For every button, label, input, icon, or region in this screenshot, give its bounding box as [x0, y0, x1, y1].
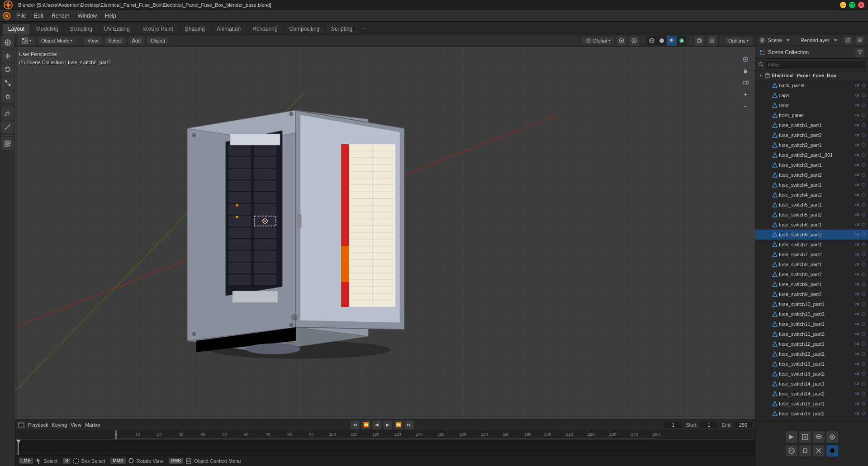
wireframe-mode-button[interactable] — [647, 36, 657, 46]
scene-action-icon-2[interactable] — [855, 36, 864, 45]
render-visibility-icon[interactable] — [861, 152, 866, 158]
tab-sculpting[interactable]: Sculpting — [65, 24, 98, 34]
render-visibility-icon[interactable] — [861, 122, 866, 128]
outliner-item-fuse_switch5_part2[interactable]: fuse_switch5_part2 — [755, 210, 868, 220]
render-visibility-icon[interactable] — [861, 162, 866, 168]
render-visibility-icon[interactable] — [861, 301, 866, 307]
render-visibility-icon[interactable] — [861, 351, 866, 357]
render-visibility-icon[interactable] — [861, 371, 866, 377]
outliner-item-fuse_switch11_part1[interactable]: fuse_switch11_part1 — [755, 319, 868, 329]
reverse-play-button[interactable]: ◀ — [372, 420, 381, 429]
visibility-icon[interactable] — [854, 93, 860, 98]
render-visibility-icon[interactable] — [861, 252, 866, 257]
render-visibility-icon[interactable] — [861, 103, 866, 108]
outliner-item-fuse_switch14_part2[interactable]: fuse_switch14_part2 — [755, 389, 868, 399]
view-layer-properties-button[interactable] — [813, 431, 825, 443]
visibility-icon[interactable] — [854, 282, 860, 287]
object-mode-button[interactable]: Object Mode ▾ — [38, 37, 76, 44]
outliner-item-fuse_switch4_part1[interactable]: fuse_switch4_part1 — [755, 180, 868, 190]
outliner-item-fuse_switch14_part1[interactable]: fuse_switch14_part1 — [755, 379, 868, 389]
render-visibility-icon[interactable] — [861, 341, 866, 347]
visibility-icon[interactable] — [854, 262, 860, 267]
visibility-icon[interactable] — [854, 381, 860, 386]
outliner-item-fuse_switch10_part1[interactable]: fuse_switch10_part1 — [755, 299, 868, 309]
measure-tool-button[interactable] — [1, 121, 14, 133]
outliner-item-fuse_switch9_part2[interactable]: fuse_switch9_part2 — [755, 289, 868, 299]
outliner-item-back_panel[interactable]: back_panel — [755, 80, 868, 90]
outliner-item-fuse_switch13_part2[interactable]: fuse_switch13_part2 — [755, 369, 868, 379]
render-visibility-icon[interactable] — [861, 411, 866, 416]
proportional-edit-button[interactable] — [629, 36, 639, 46]
visibility-icon[interactable] — [854, 242, 860, 247]
visibility-icon[interactable] — [854, 321, 860, 327]
visibility-icon[interactable] — [854, 212, 860, 217]
visibility-icon[interactable] — [854, 401, 860, 406]
go-to-next-keyframe-button[interactable]: ⏩ — [394, 420, 403, 429]
render-visibility-icon[interactable] — [861, 232, 866, 237]
render-visibility-icon[interactable] — [861, 381, 866, 386]
timeline-view-label[interactable]: View — [71, 422, 81, 428]
rotate-tool-button[interactable] — [1, 63, 14, 76]
render-visibility-icon[interactable] — [861, 321, 866, 327]
scene-action-icon-1[interactable] — [844, 36, 853, 45]
outliner-item-fuse_switch9_part1[interactable]: fuse_switch9_part1 — [755, 279, 868, 289]
visibility-icon[interactable] — [854, 331, 860, 337]
outliner-item-fuse_switch4_part2[interactable]: fuse_switch4_part2 — [755, 190, 868, 200]
outliner-item-fuse_switch12_part1[interactable]: fuse_switch12_part1 — [755, 339, 868, 349]
select-menu-button[interactable]: Select — [104, 37, 126, 44]
tab-rendering[interactable]: Rendering — [247, 24, 283, 34]
timeline-scrubber[interactable] — [15, 439, 755, 455]
render-visibility-icon[interactable] — [861, 272, 866, 277]
tab-texture-paint[interactable]: Texture Paint — [136, 24, 179, 34]
render-visibility-icon[interactable] — [861, 242, 866, 247]
outliner-item-fuse_switch3_part1[interactable]: fuse_switch3_part1 — [755, 160, 868, 170]
visibility-icon[interactable] — [854, 192, 860, 198]
visibility-icon[interactable] — [854, 132, 860, 138]
outliner-collection-electrical[interactable]: ▾ Electrical_Panel_Fuse_Box — [755, 71, 868, 80]
visibility-icon[interactable] — [854, 252, 860, 257]
playback-label[interactable]: Playback — [28, 422, 48, 428]
render-visibility-icon[interactable] — [861, 142, 866, 148]
viewport-perspective-button[interactable] — [740, 78, 750, 88]
outliner-item-fuse_switch7_part2[interactable]: fuse_switch7_part2 — [755, 249, 868, 259]
outliner-item-fuse_switch5_part1[interactable]: fuse_switch5_part1 — [755, 200, 868, 210]
go-to-end-button[interactable]: ⏭ — [405, 420, 414, 429]
visibility-icon[interactable] — [854, 371, 860, 377]
render-visibility-icon[interactable] — [861, 182, 866, 188]
keying-label[interactable]: Keying — [52, 422, 67, 428]
rendered-mode-button[interactable] — [677, 36, 687, 46]
viewport-zoom-out-button[interactable] — [740, 101, 750, 111]
material-mode-button[interactable] — [667, 36, 677, 46]
visibility-icon[interactable] — [854, 411, 860, 416]
visibility-icon[interactable] — [854, 103, 860, 108]
visibility-icon[interactable] — [854, 301, 860, 307]
outliner-item-fuse_switch15_part1[interactable]: fuse_switch15_part1 — [755, 399, 868, 409]
play-button[interactable]: ▶ — [383, 420, 392, 429]
visibility-icon[interactable] — [854, 232, 860, 237]
outliner-item-door[interactable]: door — [755, 100, 868, 110]
close-button[interactable]: ✕ — [858, 2, 864, 8]
object-menu-button[interactable]: Object — [147, 37, 169, 44]
current-frame-input[interactable] — [664, 422, 682, 428]
render-visibility-icon[interactable] — [861, 401, 866, 406]
object-properties-button[interactable] — [799, 445, 811, 457]
render-visibility-icon[interactable] — [861, 202, 866, 207]
render-properties-button[interactable] — [786, 431, 797, 443]
visibility-icon[interactable] — [854, 391, 860, 396]
end-frame-input[interactable] — [734, 422, 752, 428]
options-button[interactable]: Options ▾ — [725, 37, 752, 44]
render-visibility-icon[interactable] — [861, 132, 866, 138]
render-visibility-icon[interactable] — [861, 292, 866, 297]
scene-properties-button[interactable] — [826, 431, 838, 443]
maximize-button[interactable]: ☐ — [849, 2, 855, 8]
render-visibility-icon[interactable] — [861, 222, 866, 227]
render-visibility-icon[interactable] — [861, 192, 866, 198]
tab-animation[interactable]: Animation — [211, 24, 246, 34]
outliner-item-fuse_switch3_part2[interactable]: fuse_switch3_part2 — [755, 170, 868, 180]
menu-window[interactable]: Window — [74, 12, 100, 20]
render-visibility-icon[interactable] — [861, 113, 866, 118]
modifiers-button[interactable] — [813, 445, 825, 457]
outliner-item-fuse_switch11_part2[interactable]: fuse_switch11_part2 — [755, 329, 868, 339]
add-object-button[interactable] — [1, 137, 14, 150]
outliner-item-fuse_switch2_part1_001[interactable]: fuse_switch2_part1_001 — [755, 150, 868, 160]
